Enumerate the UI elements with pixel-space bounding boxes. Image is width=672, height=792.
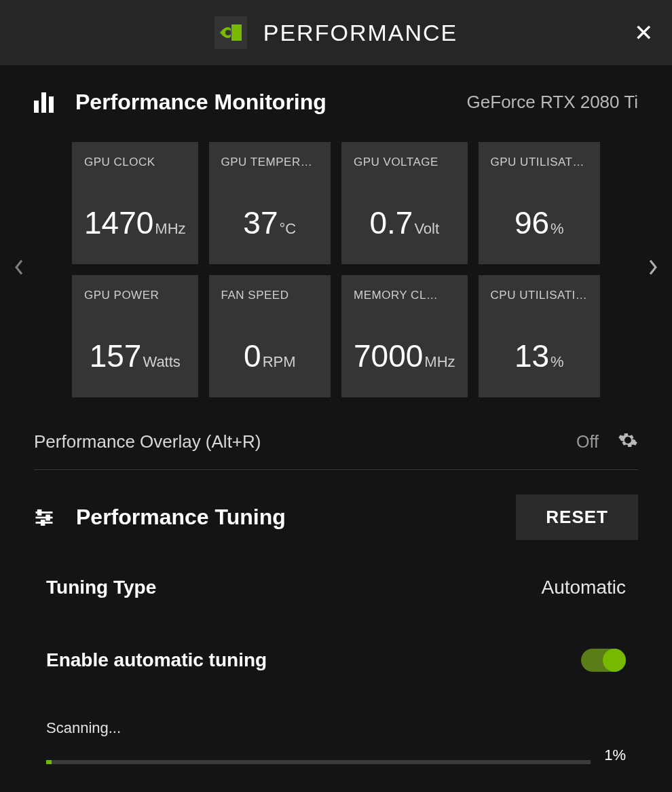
stat-label: MEMORY CL…	[354, 289, 455, 302]
tuning-icon	[34, 507, 54, 528]
stat-unit: Watts	[143, 353, 180, 371]
scanning-block: Scanning... 1%	[34, 719, 638, 764]
stat-value: 7000	[354, 338, 423, 374]
reset-button[interactable]: RESET	[516, 494, 638, 540]
stat-label: FAN SPEED	[221, 289, 318, 302]
chevron-right-icon	[649, 259, 658, 276]
tuning-type-value: Automatic	[542, 577, 627, 598]
monitoring-header: Performance Monitoring GeForce RTX 2080 …	[34, 90, 638, 115]
stat-value: 157	[90, 338, 142, 374]
scan-progress-percent: 1%	[604, 746, 626, 764]
auto-tuning-toggle[interactable]	[581, 649, 626, 672]
svg-rect-4	[47, 515, 50, 519]
scan-progress-fill	[46, 760, 52, 764]
title-bar: PERFORMANCE ✕	[0, 0, 672, 65]
stat-value: 96	[515, 204, 549, 241]
tuning-type-row[interactable]: Tuning Type Automatic	[34, 577, 638, 598]
svg-rect-0	[231, 24, 242, 41]
gear-icon	[618, 430, 638, 450]
stat-card-gpu-util[interactable]: GPU UTILISAT… 96%	[479, 142, 600, 264]
stat-card-fan-speed[interactable]: FAN SPEED 0RPM	[209, 275, 331, 397]
scan-progress-bar	[46, 760, 591, 764]
stat-unit: RPM	[263, 353, 296, 371]
stat-unit: MHz	[155, 220, 185, 238]
svg-rect-6	[41, 520, 44, 524]
stat-card-gpu-temp[interactable]: GPU TEMPER… 37°C	[209, 142, 331, 264]
tuning-type-label: Tuning Type	[46, 577, 156, 598]
tuning-title: Performance Tuning	[76, 505, 286, 530]
overlay-status: Off	[576, 432, 599, 452]
bar-chart-icon	[34, 92, 54, 113]
stat-unit: %	[550, 353, 564, 371]
stat-label: GPU UTILISAT…	[491, 156, 588, 169]
tuning-header: Performance Tuning RESET	[34, 494, 638, 540]
stat-label: GPU POWER	[84, 289, 186, 302]
close-button[interactable]: ✕	[634, 21, 653, 44]
stat-unit: MHz	[424, 353, 455, 371]
stat-label: GPU TEMPER…	[221, 156, 318, 169]
carousel-next-button[interactable]	[642, 253, 665, 287]
overlay-row: Performance Overlay (Alt+R) Off	[34, 430, 638, 470]
stat-value: 37	[243, 204, 278, 241]
svg-rect-2	[38, 510, 41, 514]
stat-label: GPU VOLTAGE	[354, 156, 455, 169]
carousel-prev-button[interactable]	[7, 253, 30, 287]
overlay-label: Performance Overlay (Alt+R)	[34, 431, 557, 452]
stat-unit: Volt	[414, 220, 439, 238]
stat-value: 0.7	[369, 204, 413, 241]
stat-card-gpu-clock[interactable]: GPU CLOCK 1470MHz	[72, 142, 198, 264]
monitoring-title: Performance Monitoring	[75, 90, 467, 115]
stat-value: 1470	[84, 204, 153, 241]
stat-card-mem-clock[interactable]: MEMORY CL… 7000MHz	[341, 275, 468, 397]
chevron-left-icon	[14, 259, 23, 276]
toggle-knob	[603, 649, 626, 672]
stat-unit: °C	[280, 220, 297, 238]
stat-card-cpu-util[interactable]: CPU UTILISATI… 13%	[479, 275, 600, 397]
auto-tuning-row: Enable automatic tuning	[34, 649, 638, 672]
scanning-label: Scanning...	[46, 719, 626, 737]
nvidia-eye-icon	[220, 24, 242, 41]
stat-value: 13	[515, 338, 549, 374]
stats-carousel: GPU CLOCK 1470MHz GPU TEMPER… 37°C GPU V…	[34, 142, 638, 397]
panel-title: PERFORMANCE	[263, 20, 458, 46]
stat-value: 0	[244, 338, 261, 374]
nvidia-logo	[214, 16, 247, 49]
stat-unit: %	[550, 220, 564, 238]
stat-card-gpu-power[interactable]: GPU POWER 157Watts	[72, 275, 198, 397]
stat-label: CPU UTILISATI…	[491, 289, 588, 302]
auto-tuning-label: Enable automatic tuning	[46, 649, 267, 671]
gpu-name: GeForce RTX 2080 Ti	[467, 92, 638, 113]
stat-label: GPU CLOCK	[84, 156, 186, 169]
overlay-settings-button[interactable]	[618, 430, 638, 453]
stat-card-gpu-voltage[interactable]: GPU VOLTAGE 0.7Volt	[341, 142, 468, 264]
